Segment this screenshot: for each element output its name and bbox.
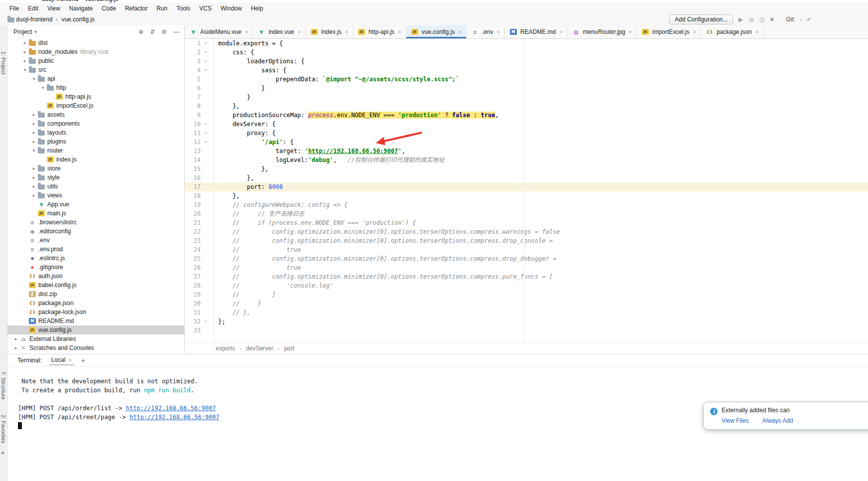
code-line-7[interactable]: } — [214, 93, 868, 102]
chevron-collapsed-icon[interactable]: ▸ — [30, 193, 37, 198]
profiler-icon[interactable]: ◷ — [759, 16, 764, 23]
gutter-line-18[interactable]: 18 — [185, 191, 214, 200]
gutter-line-26[interactable]: 26 — [185, 263, 214, 272]
tree-item-external-libraries[interactable]: ▸⌂External Libraries — [7, 334, 184, 343]
tree-item-public[interactable]: ▸public — [7, 56, 184, 65]
code-line-16[interactable]: }, — [214, 173, 868, 182]
code-line-6[interactable]: } — [214, 84, 868, 93]
code-line-11[interactable]: proxy: { — [214, 129, 868, 138]
hide-panel-icon[interactable]: ― — [173, 28, 179, 35]
menu-item-run[interactable]: Run — [152, 4, 172, 13]
editor-tab-package.json[interactable]: {}package.json× — [701, 25, 763, 38]
editor-tab-vue.config.js[interactable]: JSvue.config.js× — [406, 25, 467, 38]
menu-item-file[interactable]: File — [5, 4, 23, 13]
terminal-link[interactable]: http://192.168.66.56:9007 — [126, 405, 216, 412]
run-icon[interactable]: ▶ — [739, 16, 743, 23]
gutter-line-4[interactable]: 4− — [185, 66, 214, 75]
gutter-line-6[interactable]: 6 — [185, 84, 214, 93]
gutter-line-8[interactable]: 8 — [185, 102, 214, 111]
gutter-line-13[interactable]: 13 — [185, 147, 214, 156]
notification-popup[interactable]: i Externally added files can View FilesA… — [703, 402, 868, 430]
code-line-26[interactable]: // true — [214, 263, 868, 272]
tree-item-http-api.js[interactable]: JShttp-api.js — [7, 92, 184, 101]
chevron-collapsed-icon[interactable]: ▸ — [30, 139, 37, 144]
gutter-line-21[interactable]: 21 — [185, 218, 214, 227]
chevron-collapsed-icon[interactable]: ▸ — [21, 58, 28, 63]
stripe-project-button[interactable]: 1: Project — [0, 51, 6, 74]
notification-action-view-files[interactable]: View Files — [722, 417, 748, 424]
editor-tab-index.js[interactable]: JSindex.js× — [306, 25, 353, 38]
fold-marker-icon[interactable]: − — [201, 138, 211, 147]
notification-action-always-add[interactable]: Always Add — [762, 417, 793, 424]
gutter-line-30[interactable]: 30 — [185, 299, 214, 308]
code-line-33[interactable] — [214, 326, 868, 335]
code-line-8[interactable]: }, — [214, 102, 868, 111]
gutter-line-33[interactable]: 33 — [185, 326, 214, 335]
tree-item-main.js[interactable]: JSmain.js — [7, 209, 184, 218]
code-line-17[interactable]: port: 8008 — [214, 182, 868, 191]
chevron-expanded-icon[interactable]: ▾ — [30, 148, 37, 153]
fold-marker-icon[interactable]: − — [201, 39, 211, 48]
gutter-line-29[interactable]: 29 — [185, 290, 214, 299]
tree-item-package.json[interactable]: {}package.json — [7, 299, 184, 308]
gutter-line-12[interactable]: 12− — [185, 138, 214, 147]
editor-tab-asidemenu.vue[interactable]: ▼AsideMenu.vue× — [185, 25, 253, 38]
code-line-19[interactable]: // configureWebpack: config => { — [214, 200, 868, 209]
code-line-1[interactable]: module.exports = { — [214, 39, 868, 48]
tree-item-index.js[interactable]: JSindex.js — [7, 155, 184, 164]
tab-close-icon[interactable]: × — [298, 29, 301, 35]
tab-close-icon[interactable]: × — [628, 29, 631, 35]
tree-item-readme.md[interactable]: MREADME.md — [7, 317, 184, 325]
project-panel-title[interactable]: Project — [13, 28, 32, 35]
chevron-collapsed-icon[interactable]: ▸ — [30, 166, 37, 171]
tree-item-style[interactable]: ▸style — [7, 173, 184, 182]
chevron-collapsed-icon[interactable]: ▸ — [12, 336, 19, 341]
chevron-collapsed-icon[interactable]: ▸ — [21, 40, 28, 45]
tree-item-http[interactable]: ▾http — [7, 83, 184, 92]
tab-close-icon[interactable]: × — [693, 29, 696, 35]
gutter-line-32[interactable]: 32− — [185, 317, 214, 326]
menu-item-vcs[interactable]: VCS — [195, 4, 216, 13]
tree-item-dist[interactable]: ▸dist — [7, 38, 184, 47]
gutter-line-5[interactable]: 5 — [185, 75, 214, 84]
tab-close-icon[interactable]: × — [755, 29, 758, 35]
fold-marker-icon[interactable]: − — [201, 129, 211, 138]
chevron-collapsed-icon[interactable]: ▸ — [30, 175, 37, 180]
tree-item-utils[interactable]: ▸utils — [7, 182, 184, 191]
editor-tab-menurouter.jpg[interactable]: ▨menuRouter.jpg× — [568, 25, 637, 38]
menu-item-refactor[interactable]: Refactor — [121, 4, 152, 13]
gutter-line-25[interactable]: 25 — [185, 254, 214, 263]
tree-item-.env[interactable]: ≡.env — [7, 236, 184, 245]
code-line-29[interactable]: // ] — [214, 290, 868, 299]
add-configuration-button[interactable]: Add Configuration... — [669, 14, 733, 24]
tree-item-auth.json[interactable]: {}auth.json — [7, 272, 184, 281]
code-line-27[interactable]: // config.optimization.minimizer[0].opti… — [214, 272, 868, 281]
fold-marker-icon[interactable]: − — [201, 120, 211, 129]
tree-item-vue.config.js[interactable]: JSvue.config.js — [7, 325, 184, 334]
gutter-line-9[interactable]: 9 — [185, 111, 214, 120]
editor-tab-index.vue[interactable]: ▼index.vue× — [253, 25, 306, 38]
tree-item-scratches-and-consoles[interactable]: ▸✎Scratches and Consoles — [7, 343, 184, 352]
chevron-expanded-icon[interactable]: ▾ — [39, 85, 46, 90]
gutter-line-3[interactable]: 3− — [185, 57, 214, 66]
tree-item-package-lock.json[interactable]: {}package-lock.json — [7, 308, 184, 317]
git-commit-icon[interactable]: ✔ — [806, 16, 811, 23]
tree-item-plugins[interactable]: ▸plugins — [7, 137, 184, 146]
code-line-22[interactable]: // config.optimization.minimizer[0].opti… — [214, 227, 868, 236]
tree-item-app.vue[interactable]: ▼App.vue — [7, 200, 184, 209]
code-line-13[interactable]: target: 'http://192.168.66.56:9007', — [214, 147, 868, 156]
code-line-21[interactable]: // if (process.env.NODE_ENV === 'product… — [214, 218, 868, 227]
gutter-line-10[interactable]: 10− — [185, 120, 214, 129]
tree-item-src[interactable]: ▾src — [7, 65, 184, 74]
collapse-all-icon[interactable]: ⇵ — [150, 28, 155, 35]
gutter-line-20[interactable]: 20 — [185, 209, 214, 218]
tree-item-.env.prod[interactable]: ≡.env.prod — [7, 245, 184, 254]
chevron-collapsed-icon[interactable]: ▸ — [30, 112, 37, 117]
tab-close-icon[interactable]: × — [496, 29, 499, 35]
code-line-30[interactable]: // } — [214, 299, 868, 308]
gutter-line-14[interactable]: 14 — [185, 156, 214, 164]
tree-item-components[interactable]: ▸components — [7, 119, 184, 128]
breadcrumb-port[interactable]: port — [284, 345, 294, 352]
stripe-structure-button[interactable]: 7: Structure — [0, 371, 6, 400]
terminal-link[interactable]: http://192.168.66.56:9007 — [129, 414, 220, 421]
